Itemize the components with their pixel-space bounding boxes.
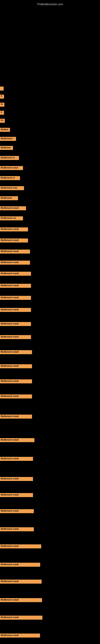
- bottleneck-bar-1[interactable]: [0, 86, 3, 90]
- bottleneck-bar-row-34: Bottleneck result: [0, 493, 33, 498]
- bottleneck-bar-32[interactable]: Bottleneck result: [0, 457, 33, 461]
- bottleneck-bar-16[interactable]: Bottleneck result: [0, 228, 28, 232]
- bottleneck-bar-row-17: Bottleneck result: [0, 238, 28, 243]
- bottleneck-bar-18[interactable]: Bottleneck result: [0, 250, 30, 254]
- bottleneck-bar-row-41: Bottleneck result: [0, 616, 42, 620]
- bottleneck-bar-row-4: B: [0, 111, 4, 116]
- bottleneck-bar-38[interactable]: Bottleneck result: [0, 563, 40, 567]
- bottleneck-bar-39[interactable]: Bottleneck result: [0, 580, 42, 584]
- bottleneck-bar-35[interactable]: Bottleneck result: [0, 509, 34, 513]
- bottleneck-bar-row-13: Bottleneck: [0, 196, 18, 201]
- bottleneck-bar-26[interactable]: Bottleneck result: [0, 350, 32, 354]
- bottleneck-bar-row-36: Bottleneck result: [0, 527, 34, 532]
- bottleneck-bar-11[interactable]: Bottleneck re: [0, 176, 20, 180]
- bottleneck-bar-row-22: Bottleneck result: [0, 296, 31, 301]
- bottleneck-bar-row-12: Bottleneck resu: [0, 186, 24, 191]
- bottleneck-bar-34[interactable]: Bottleneck result: [0, 493, 33, 497]
- bottleneck-bar-row-21: Bottleneck result: [0, 284, 31, 288]
- bottleneck-bar-23[interactable]: Bottleneck result: [0, 308, 31, 312]
- bottleneck-bar-14[interactable]: Bottleneck result: [0, 206, 26, 210]
- bottleneck-bar-31[interactable]: Bottleneck result: [0, 438, 34, 442]
- bottleneck-bar-42[interactable]: Bottleneck result: [0, 634, 40, 638]
- bottleneck-bar-13[interactable]: Bottleneck: [0, 196, 18, 200]
- bottleneck-bar-row-14: Bottleneck result: [0, 206, 26, 211]
- bottleneck-bar-row-9: Bottleneck re: [0, 156, 19, 161]
- bottleneck-bar-17[interactable]: Bottleneck result: [0, 238, 28, 242]
- bottleneck-bar-row-27: Bottleneck result: [0, 364, 32, 369]
- bottleneck-bar-25[interactable]: Bottleneck result: [0, 335, 31, 339]
- bottleneck-bar-row-8: Bottlenec: [0, 146, 13, 151]
- bottleneck-bar-28[interactable]: Bottleneck result: [0, 379, 32, 384]
- bottleneck-bar-24[interactable]: Bottleneck result: [0, 322, 31, 326]
- bottleneck-bar-row-28: Bottleneck result: [0, 379, 32, 384]
- bottleneck-bar-row-31: Bottleneck result: [0, 438, 34, 443]
- bottleneck-bar-4[interactable]: B: [0, 111, 4, 115]
- bottleneck-bar-row-26: Bottleneck result: [0, 350, 32, 355]
- bottleneck-bar-row-5: Bo: [0, 119, 5, 124]
- bottleneck-bar-row-19: Bottleneck result: [0, 260, 30, 266]
- bottleneck-bar-30[interactable]: Bottleneck result: [0, 414, 32, 418]
- bottleneck-bar-3[interactable]: Bo: [0, 103, 4, 107]
- bottleneck-bar-row-32: Bottleneck result: [0, 457, 33, 462]
- bottleneck-bar-20[interactable]: Bottleneck result: [0, 272, 31, 276]
- bottleneck-bar-36[interactable]: Bottleneck result: [0, 527, 34, 531]
- bottleneck-bar-29[interactable]: Bottleneck result: [0, 394, 32, 398]
- bottleneck-bar-row-20: Bottleneck result: [0, 272, 31, 276]
- bottleneck-bar-27[interactable]: Bottleneck result: [0, 364, 32, 368]
- bottleneck-bar-19[interactable]: Bottleneck result: [0, 260, 30, 265]
- bottleneck-bar-row-38: Bottleneck result: [0, 563, 40, 568]
- bottleneck-bar-row-37: Bottleneck result: [0, 544, 41, 549]
- bottleneck-bar-6[interactable]: Bottlen: [0, 128, 10, 132]
- bottleneck-bar-row-11: Bottleneck re: [0, 176, 20, 181]
- bottleneck-bar-row-15: Bottleneck res: [0, 216, 23, 221]
- bottleneck-bar-12[interactable]: Bottleneck resu: [0, 186, 24, 190]
- bottleneck-bar-row-35: Bottleneck result: [0, 509, 34, 514]
- bottleneck-bar-row-3: Bo: [0, 103, 4, 108]
- bottleneck-bar-2[interactable]: B: [0, 94, 4, 98]
- bottleneck-bar-row-1: [0, 86, 3, 91]
- bottleneck-bar-row-39: Bottleneck result: [0, 580, 42, 584]
- bottleneck-bar-9[interactable]: Bottleneck re: [0, 156, 19, 160]
- bottleneck-bar-row-10: Bottleneck resul: [0, 166, 23, 171]
- bottleneck-bar-row-30: Bottleneck result: [0, 414, 32, 420]
- bottleneck-bar-33[interactable]: Bottleneck result: [0, 477, 33, 481]
- bottleneck-bar-row-33: Bottleneck result: [0, 477, 33, 482]
- bottleneck-bar-5[interactable]: Bo: [0, 119, 5, 123]
- bottleneck-bar-15[interactable]: Bottleneck res: [0, 216, 23, 220]
- bottleneck-bar-row-24: Bottleneck result: [0, 322, 31, 327]
- bottleneck-bar-row-2: B: [0, 94, 4, 100]
- bottleneck-bar-row-42: Bottleneck result: [0, 634, 40, 638]
- bottleneck-bar-22[interactable]: Bottleneck result: [0, 296, 31, 300]
- bottleneck-bar-row-40: Bottleneck result: [0, 598, 42, 603]
- bottleneck-bar-row-16: Bottleneck result: [0, 228, 28, 232]
- bottleneck-bar-40[interactable]: Bottleneck result: [0, 598, 42, 602]
- bottleneck-bar-row-6: Bottlen: [0, 128, 10, 132]
- bottleneck-bar-row-23: Bottleneck result: [0, 308, 31, 313]
- bottleneck-bar-row-7: Bottleneck r: [0, 137, 16, 142]
- bottleneck-bar-row-25: Bottleneck result: [0, 335, 31, 340]
- bottleneck-bar-21[interactable]: Bottleneck result: [0, 284, 31, 288]
- site-title: TheBottlenecker.com: [0, 1, 100, 8]
- bottleneck-bar-8[interactable]: Bottlenec: [0, 146, 13, 150]
- bottleneck-bar-37[interactable]: Bottleneck result: [0, 544, 41, 548]
- bottleneck-bar-10[interactable]: Bottleneck resul: [0, 166, 23, 170]
- bottleneck-bar-row-29: Bottleneck result: [0, 394, 32, 399]
- bottleneck-bar-row-18: Bottleneck result: [0, 250, 30, 254]
- bottleneck-bar-41[interactable]: Bottleneck result: [0, 616, 42, 620]
- bottleneck-bar-7[interactable]: Bottleneck r: [0, 137, 16, 141]
